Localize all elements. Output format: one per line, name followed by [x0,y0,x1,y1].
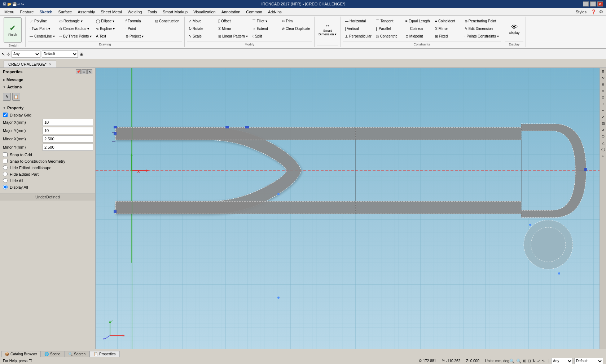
right-icon-4[interactable]: ⊖ [600,88,606,94]
right-icon-8[interactable]: ⤢ [600,114,606,120]
menu-item-visualization[interactable]: Visualization [190,9,219,15]
equal-length-button[interactable]: = Equal Length [404,17,432,25]
two-point-button[interactable]: · Two Point ▾ [28,25,57,32]
menu-help-icon[interactable]: ❓ [589,9,598,14]
menu-item-styles[interactable]: Styles [573,9,589,15]
formula-button[interactable]: f Formula [124,17,153,25]
right-icon-1[interactable]: ⊞ [600,69,606,74]
hide-part-radio[interactable] [3,172,8,176]
dock-button[interactable]: ⊞ [82,69,87,74]
clear-duplicate-button[interactable]: ⊘ Clear Duplicate [280,25,312,32]
points-constraints-button[interactable]: · Points Constraints ▾ [463,32,501,40]
menu-item-surface[interactable]: Surface [56,9,75,15]
hide-part-row[interactable]: Hide Edited Part [3,171,92,177]
display-all-row[interactable]: Display All [3,184,92,190]
search-tab[interactable]: 🔍 Search [64,351,89,357]
action-copy-icon[interactable]: 📋 [12,93,20,101]
perpendicular-button[interactable]: ⊥ Perpendicular [343,32,373,40]
grid-icon[interactable]: ⊞ [79,51,84,57]
menu-item-sheetmetal[interactable]: Sheet Metal [98,9,125,15]
coincident-button[interactable]: ● Coincident [433,17,462,25]
select-type-dropdown[interactable]: Any [12,51,40,58]
mirror-constraint-button[interactable]: ⧖ Mirror [433,25,462,32]
menu-item-sketch[interactable]: Sketch [36,9,55,15]
right-icon-6[interactable]: ↕ [600,101,606,107]
action-edit-icon[interactable]: ✎ [3,93,11,101]
qa-icon-3[interactable]: 💾 [12,2,17,6]
point-button[interactable]: · Point [124,25,153,32]
snap-to-grid-checkbox[interactable] [3,152,8,157]
smart-dimension-button[interactable]: ↔ Smart Dimension ▾ [317,17,338,41]
trim-button[interactable]: ✂ Trim [280,17,312,25]
menu-item-feature[interactable]: Feature [17,9,37,15]
extend-button[interactable]: ↔ Extend [250,25,279,32]
status-icon-1[interactable]: ⊞ [523,359,526,363]
hide-all-radio[interactable] [3,178,8,183]
view-dropdown[interactable]: Default [42,51,78,58]
status-icon-5[interactable]: ↖ [542,359,545,363]
qa-icon-4[interactable]: ↩ [17,2,20,6]
tab-close-button[interactable]: ✕ [49,62,52,66]
display-grid-row[interactable]: Display Grid [3,112,92,118]
right-icon-3[interactable]: ⊕ [600,82,606,87]
move-button[interactable]: ⤢ Move [187,17,216,25]
fillet-button[interactable]: ⌒ Fillet ▾ [250,17,279,25]
menu-item-assembly[interactable]: Assembly [75,9,98,15]
right-icon-7[interactable]: ↔ [600,108,606,113]
centerline-button[interactable]: — CenterLine ▾ [28,32,57,40]
status-select-2[interactable]: Default [574,358,603,364]
polyline-button[interactable]: ⟋ Polyline [28,17,57,25]
offset-button[interactable]: ⟦ Offset [216,17,250,25]
menu-item-smartmarkup[interactable]: Smart Markup [160,9,190,15]
menu-item-welding[interactable]: Welding [125,9,145,15]
hide-intellishape-radio[interactable] [3,165,8,170]
catalog-browser-tab[interactable]: 📦 Catalog Browser [1,351,40,357]
center-radius-button[interactable]: ⊙ Center Radius ▾ [57,25,93,32]
right-icon-10[interactable]: ⊿ [600,127,606,133]
snap-construction-row[interactable]: Snap to Construction Geometry [3,158,92,164]
menu-item-addins[interactable]: Add-Ins [265,9,285,15]
snap-construction-checkbox[interactable] [3,159,8,163]
status-select-1[interactable]: Any [551,358,573,364]
project-button[interactable]: ⊕ Project ▾ [124,32,153,40]
menu-item-menu[interactable]: Menu [1,9,17,15]
minor-y-input[interactable] [43,144,93,151]
by-three-points-button[interactable]: ··· By Three Points ▾ [57,32,93,40]
status-icon-4[interactable]: ⤢ [537,359,540,363]
property-section-header[interactable]: ▼ Property [0,105,95,111]
creo-challenge-tab[interactable]: CREO CHALLENGE* ✕ [4,61,56,67]
right-icon-5[interactable]: ⊙ [600,95,606,100]
mirror-button[interactable]: ⧖ Mirror [216,25,250,32]
menu-item-common[interactable]: Common [243,9,265,15]
menu-settings-icon[interactable]: ⚙ [598,9,605,14]
midpoint-button[interactable]: ⊙ Midpoint [404,32,432,40]
display-button[interactable]: 👁 Display [505,17,523,41]
status-icon-6[interactable]: ⊹ [546,359,550,363]
status-icon-3[interactable]: ↻ [532,359,536,363]
maximize-button[interactable]: □ [590,1,596,6]
zoom-in-icon[interactable]: 🔍 [509,359,515,364]
right-icon-11[interactable]: ⬡ [600,133,606,139]
bspline-button[interactable]: ∿ Bspline ▾ [94,25,123,32]
text-button[interactable]: A Text [94,32,123,40]
scale-button[interactable]: ⤡ Scale [187,32,216,40]
display-grid-checkbox[interactable] [3,113,8,117]
menu-item-annotation[interactable]: Annotation [219,9,243,15]
snap-to-grid-row[interactable]: Snap to Grid [3,152,92,157]
horizontal-button[interactable]: — Horizontal [343,17,373,25]
status-icon-2[interactable]: ⊟ [528,359,531,363]
display-all-radio[interactable] [3,185,8,189]
edit-dimension-button[interactable]: ✎ Edit Dimension [463,25,501,32]
scene-tab[interactable]: 🌐 Scene [40,351,64,357]
major-y-input[interactable] [43,127,93,134]
rotate-button[interactable]: ↻ Rotate [187,25,216,32]
colinear-button[interactable]: — Colinear [404,25,432,32]
close-button[interactable]: ✕ [597,1,603,6]
close-panel-button[interactable]: ✕ [87,69,92,74]
viewport[interactable]: X [96,68,600,349]
concentric-button[interactable]: ◎ Concentric [374,32,403,40]
fixed-button[interactable]: ⊞ Fixed [433,32,462,40]
message-section-header[interactable]: ▶ Message [0,77,95,83]
pin-button[interactable]: 📌 [76,69,81,74]
actions-section-header[interactable]: ▼ Actions [0,84,95,90]
